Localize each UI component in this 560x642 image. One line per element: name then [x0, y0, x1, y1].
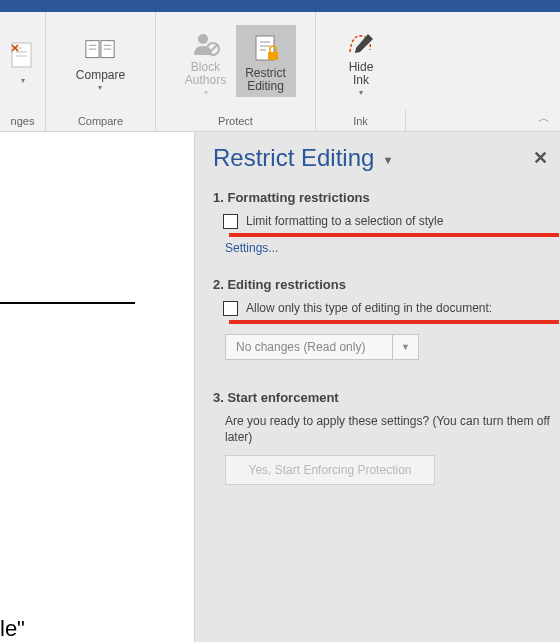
block-authors-label: Block Authors — [185, 61, 226, 87]
section-3-head: 3. Start enforcement — [213, 390, 554, 405]
compare-icon — [84, 35, 116, 67]
compare-button[interactable]: Compare ▾ — [68, 25, 133, 97]
svg-point-10 — [198, 34, 208, 44]
group-protect: Protect — [156, 110, 316, 131]
block-authors-button: Block Authors ▾ — [176, 25, 236, 97]
allow-editing-label: Allow only this type of editing in the d… — [246, 300, 492, 316]
chevron-down-icon: ▾ — [98, 83, 102, 92]
restrict-editing-button[interactable]: Restrict Editing — [236, 25, 296, 97]
collapse-ribbon-icon[interactable]: ︿ — [538, 110, 550, 127]
dropdown-chevron-icon[interactable]: ▼ — [393, 334, 419, 360]
restrict-editing-icon — [250, 33, 282, 65]
section-1-head: 1. Formatting restrictions — [213, 190, 554, 205]
ribbon: ▾ Compare — [0, 12, 560, 110]
hide-ink-button[interactable]: Hide Ink ▾ — [331, 25, 391, 97]
chevron-down-icon: ▾ — [359, 88, 363, 97]
allow-editing-checkbox[interactable] — [223, 301, 238, 316]
editing-type-dropdown[interactable]: No changes (Read only) — [225, 334, 393, 360]
group-ink: Ink — [316, 110, 406, 131]
pane-title-text: Restrict Editing — [213, 144, 374, 171]
group-compare: Compare — [46, 110, 156, 131]
chevron-down-icon: ▾ — [204, 88, 208, 97]
restrict-editing-pane: Restrict Editing▼ ✕ 1. Formatting restri… — [195, 132, 560, 642]
accept-button[interactable]: ▾ — [0, 25, 45, 97]
limit-formatting-checkbox[interactable] — [223, 214, 238, 229]
close-icon[interactable]: ✕ — [533, 147, 548, 169]
svg-rect-17 — [268, 52, 278, 60]
doc-text-fragment: le" — [0, 616, 25, 642]
annotation-underline — [229, 233, 559, 237]
restrict-editing-label: Restrict Editing — [245, 67, 286, 93]
doc-rule — [0, 302, 135, 304]
chevron-down-icon[interactable]: ▼ — [382, 154, 393, 166]
annotation-underline — [229, 320, 559, 324]
enforcement-desc: Are you ready to apply these settings? (… — [225, 413, 554, 445]
hide-ink-icon — [345, 29, 377, 59]
group-changes: nges — [0, 110, 46, 131]
section-2-head: 2. Editing restrictions — [213, 277, 554, 292]
hide-ink-label: Hide Ink — [349, 61, 374, 87]
settings-link[interactable]: Settings... — [225, 241, 554, 255]
compare-label: Compare — [76, 69, 125, 82]
accept-icon — [7, 41, 39, 73]
svg-rect-0 — [12, 43, 31, 67]
pane-title: Restrict Editing▼ — [213, 144, 393, 172]
title-bar — [0, 0, 560, 12]
start-enforcing-button: Yes, Start Enforcing Protection — [225, 455, 435, 485]
ribbon-group-row: nges Compare Protect Ink ︿ — [0, 110, 560, 132]
document-area[interactable]: le" — [0, 132, 195, 642]
chevron-down-icon: ▾ — [21, 76, 25, 85]
limit-formatting-label: Limit formatting to a selection of style — [246, 213, 443, 229]
block-authors-icon — [190, 29, 222, 59]
